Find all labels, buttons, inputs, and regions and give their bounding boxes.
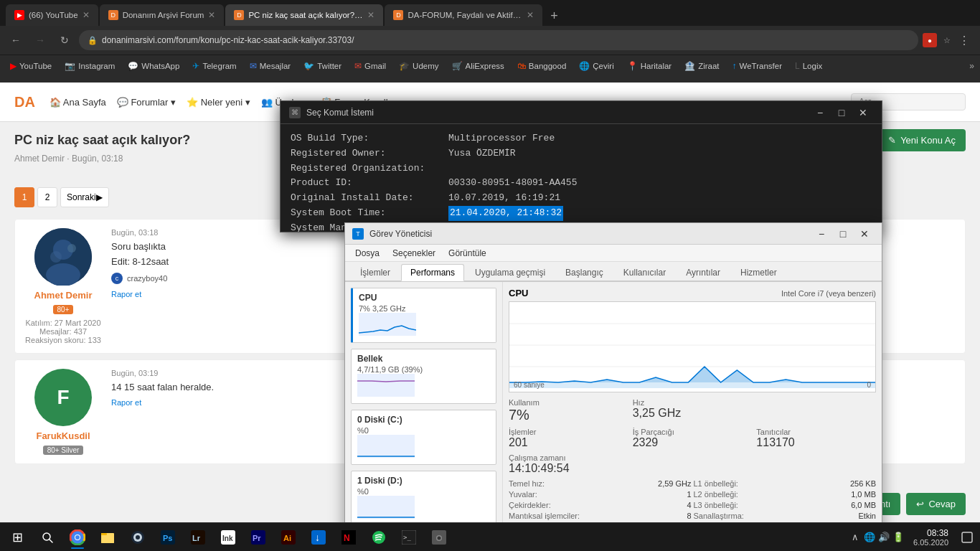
tm-tab-islemler[interactable]: İşlemler bbox=[351, 264, 400, 281]
taskbar-inkscape-button[interactable]: Ink bbox=[214, 524, 242, 550]
bookmark-ceviri[interactable]: 🌐 Çeviri bbox=[575, 60, 618, 72]
bookmark-instagram[interactable]: 📷 Instagram bbox=[60, 60, 119, 72]
taskbar-download-button[interactable]: ↓ bbox=[304, 524, 333, 550]
tm-cpu-subtitle: Intel Core i7 (veya benzeri) bbox=[781, 289, 876, 298]
ext-icon-1[interactable]: ● bbox=[923, 33, 937, 47]
tm-l2-key: L2 önbelleği: bbox=[694, 490, 738, 499]
tab-pc-forum-close[interactable]: ✕ bbox=[367, 10, 374, 20]
tab-da1[interactable]: D Donanım Arşivi Forum ✕ bbox=[100, 4, 225, 26]
tm-virt-key: Sanallaştırma: bbox=[694, 512, 744, 520]
tm-memory-item[interactable]: Bellek 4,7/11,9 GB (39%) bbox=[351, 349, 496, 404]
star-icon[interactable]: ☆ bbox=[940, 33, 954, 47]
bookmark-twitter[interactable]: 🐦 Twitter bbox=[299, 60, 346, 72]
tab-pc-forum[interactable]: D PC niz kaç saat açık kalıyor? | Do... … bbox=[225, 4, 383, 26]
page-2-button[interactable]: 2 bbox=[37, 187, 57, 207]
nav-anasayfa[interactable]: 🏠 Ana Sayfa bbox=[50, 97, 106, 108]
tm-tab-kullanicilar[interactable]: Kullanıcılar bbox=[614, 264, 675, 281]
bookmark-udemy[interactable]: 🎓 Udemy bbox=[395, 60, 443, 72]
bookmark-youtube-icon: ▶ bbox=[10, 61, 17, 71]
bookmark-aliexpress[interactable]: 🛒 AliExpress bbox=[448, 60, 509, 72]
tm-stat-handles: Tanıtıcılar 113170 bbox=[756, 428, 876, 449]
reload-button[interactable]: ↻ bbox=[55, 30, 75, 50]
bookmark-whatsapp-icon: 💬 bbox=[128, 61, 138, 71]
address-box[interactable]: 🔒 donanimarsivi.com/forum/konu/pc-niz-ka… bbox=[79, 30, 918, 50]
tab-da2[interactable]: D DA-FORUM, Faydalı ve Aktif Üye... ✕ bbox=[385, 4, 542, 26]
tm-disk0-item[interactable]: 0 Diski (C:) %0 bbox=[351, 410, 496, 465]
tab-youtube-close[interactable]: ✕ bbox=[83, 10, 90, 20]
tray-volume-icon[interactable]: 🔊 bbox=[877, 531, 890, 544]
tm-tab-ayrintilar[interactable]: Ayrıntılar bbox=[677, 264, 730, 281]
cmd-row-5: Original Install Date: 10.07.2019, 16:19… bbox=[291, 191, 872, 206]
tab-da2-close[interactable]: ✕ bbox=[527, 10, 534, 20]
tm-tab-uygulama[interactable]: Uygulama geçmişi bbox=[466, 264, 555, 281]
cmd-maximize-button[interactable]: □ bbox=[831, 103, 852, 123]
tray-battery-icon[interactable]: 🔋 bbox=[892, 531, 905, 544]
new-tab-button[interactable]: + bbox=[544, 6, 564, 26]
bookmark-telegram[interactable]: ✈ Telegram bbox=[188, 60, 240, 72]
taskbar-explorer-button[interactable] bbox=[93, 524, 122, 550]
taskbar-lightroom-button[interactable]: Lr bbox=[184, 524, 212, 550]
bookmark-whatsapp[interactable]: 💬 WhatsApp bbox=[123, 60, 184, 72]
svg-text:Ai: Ai bbox=[283, 534, 291, 542]
taskbar-premiere-button[interactable]: Pr bbox=[244, 524, 273, 550]
nav-neler-yeni[interactable]: ⭐ Neler yeni ▾ bbox=[187, 97, 250, 108]
nav-forumlar[interactable]: 💬 Forumlar ▾ bbox=[117, 97, 176, 108]
menu-icon[interactable]: ⋮ bbox=[957, 33, 971, 47]
bookmark-haritalar[interactable]: 📍 Haritalar bbox=[623, 60, 676, 72]
tm-stat-threads: İş Parçacığı 2329 bbox=[633, 428, 753, 449]
tm-memory-name: Bellek bbox=[357, 354, 490, 364]
tab-da1-close[interactable]: ✕ bbox=[208, 10, 215, 20]
taskbar-steam-button[interactable] bbox=[123, 524, 152, 550]
tm-tab-performans[interactable]: Performans bbox=[401, 264, 464, 281]
back-button[interactable]: ← bbox=[6, 30, 26, 50]
bookmark-wetransfer[interactable]: ↑ WeTransfer bbox=[728, 60, 786, 72]
tm-menu-dosya[interactable]: Dosya bbox=[349, 247, 385, 260]
tm-maximize-button[interactable]: □ bbox=[833, 224, 853, 244]
bookmark-logix[interactable]: L Logix bbox=[791, 60, 826, 72]
tm-threads-value: 2329 bbox=[633, 436, 753, 449]
tm-close-button[interactable]: ✕ bbox=[854, 224, 875, 244]
taskbar-terminal-button[interactable]: >_ bbox=[395, 524, 423, 550]
bookmark-youtube[interactable]: ▶ YouTube bbox=[6, 60, 56, 72]
taskbar-search-button[interactable] bbox=[33, 524, 62, 550]
page-1-button[interactable]: 1 bbox=[14, 187, 34, 207]
start-button[interactable]: ⊞ bbox=[3, 524, 32, 550]
cmd-title: Seç Komut İstemi bbox=[306, 108, 804, 118]
taskbar-clock[interactable]: 08:38 6.05.2020 bbox=[908, 528, 954, 547]
tm-tab-baslangic[interactable]: Başlangıç bbox=[556, 264, 613, 281]
taskbar-illustrator-button[interactable]: Ai bbox=[274, 524, 303, 550]
taskbar-spotify-button[interactable] bbox=[364, 524, 393, 550]
cevap-button[interactable]: ↩ Cevap bbox=[906, 493, 966, 515]
tm-tab-hizmetler[interactable]: Hizmetler bbox=[731, 264, 786, 281]
bookmark-banggood[interactable]: 🛍 Banggood bbox=[513, 60, 570, 72]
cmd-close-button[interactable]: ✕ bbox=[853, 103, 873, 123]
notification-button[interactable] bbox=[957, 524, 977, 550]
tm-cpu-item[interactable]: CPU 7% 3,25 GHz bbox=[351, 288, 496, 343]
taskbar-chrome-button[interactable] bbox=[63, 524, 92, 550]
taskbar-netflix-button[interactable]: N bbox=[334, 524, 363, 550]
tm-menu-goruntule[interactable]: Görüntüle bbox=[443, 247, 492, 260]
post-author: Ahmet Demir bbox=[14, 154, 65, 164]
cmd-minimize-button[interactable]: − bbox=[810, 103, 830, 123]
tray-network-icon[interactable]: 🌐 bbox=[863, 531, 876, 544]
avatar-ahmet bbox=[34, 228, 92, 286]
bookmark-mesajlar[interactable]: ✉ Mesajlar bbox=[245, 60, 295, 72]
taskbar-photoshop-button[interactable]: Ps bbox=[154, 524, 182, 550]
page-next-button[interactable]: Sonraki ▶ bbox=[60, 187, 109, 207]
tm-menu-secenekler[interactable]: Seçenekler bbox=[387, 247, 441, 260]
tm-stat-empty bbox=[756, 398, 876, 423]
yeni-konu-btn[interactable]: ✎ Yeni Konu Aç bbox=[878, 129, 966, 151]
forward-button[interactable]: → bbox=[30, 30, 50, 50]
tray-chevron-icon[interactable]: ∧ bbox=[849, 531, 862, 544]
taskbar-camera-button[interactable] bbox=[425, 524, 453, 550]
tm-disk1-item[interactable]: 1 Diski (D:) %0 bbox=[351, 471, 496, 526]
bookmark-ziraat[interactable]: 🏦 Ziraat bbox=[680, 60, 723, 72]
tm-minimize-button[interactable]: − bbox=[811, 224, 831, 244]
bookmark-gmail[interactable]: ✉ Gmail bbox=[350, 60, 390, 72]
bookmarks-more[interactable]: » bbox=[969, 61, 974, 71]
username-ahmet: Ahmet Demir bbox=[34, 290, 93, 301]
bookmark-whatsapp-label: WhatsApp bbox=[141, 62, 179, 70]
tab-youtube[interactable]: ▶ (66) YouTube ✕ bbox=[6, 4, 98, 26]
tm-tabs: İşlemler Performans Uygulama geçmişi Baş… bbox=[345, 262, 882, 282]
svg-line-14 bbox=[50, 540, 52, 542]
